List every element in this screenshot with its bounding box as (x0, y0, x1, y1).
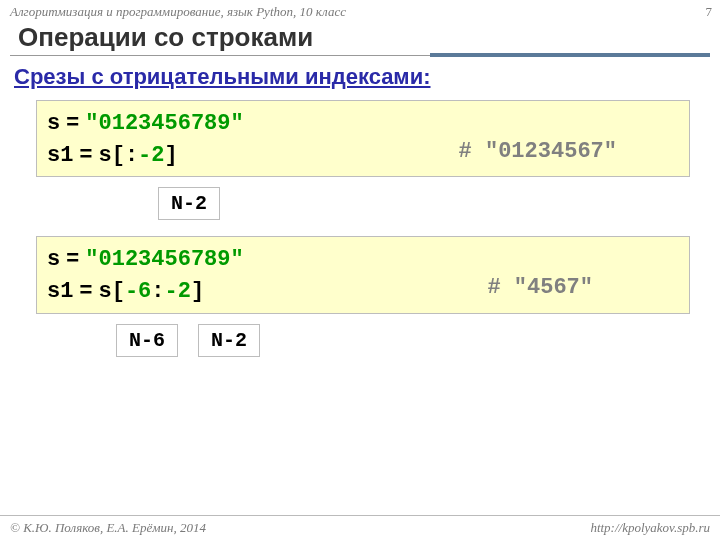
code-text: = (73, 141, 98, 166)
section-subtitle: Срезы с отрицательными индексами: (0, 62, 720, 96)
header-subtitle: Алгоритмизация и программирование, язык … (0, 0, 720, 22)
code-text: s (47, 111, 60, 136)
code-text: ] (165, 143, 178, 168)
code-text: s[: (98, 143, 138, 168)
index-label: N-2 (198, 324, 260, 357)
code-comment: # "4567" (487, 273, 593, 303)
code-number: -2 (165, 279, 191, 304)
page-title: Операции со строками (0, 22, 720, 55)
code-string: "0123456789" (85, 247, 243, 272)
index-label: N-6 (116, 324, 178, 357)
code-text: ] (191, 279, 204, 304)
code-text: = (60, 109, 85, 134)
code-number: -2 (138, 143, 164, 168)
page-number: 7 (706, 4, 713, 20)
code-number: -6 (125, 279, 151, 304)
code-text: = (73, 277, 98, 302)
code-comment: # "01234567" (459, 137, 617, 167)
code-string: "0123456789" (85, 111, 243, 136)
footer: © К.Ю. Поляков, Е.А. Ерёмин, 2014 http:/… (0, 515, 720, 540)
code-block-1: s = "0123456789" s1 = s[:-2] # "01234567… (36, 100, 690, 177)
footer-url: http://kpolyakov.spb.ru (590, 520, 710, 536)
title-rule (10, 55, 710, 56)
code-text: : (151, 279, 164, 304)
code-text: = (60, 245, 85, 270)
code-text: s[ (98, 279, 124, 304)
label-row-2: N-6 N-2 (108, 320, 720, 369)
footer-copyright: © К.Ю. Поляков, Е.А. Ерёмин, 2014 (10, 520, 206, 536)
index-label: N-2 (158, 187, 220, 220)
label-row-1: N-2 (150, 183, 720, 232)
code-block-2: s = "0123456789" s1 = s[-6:-2] # "4567" (36, 236, 690, 313)
code-text: s1 (47, 279, 73, 304)
code-text: s1 (47, 143, 73, 168)
code-text: s (47, 247, 60, 272)
